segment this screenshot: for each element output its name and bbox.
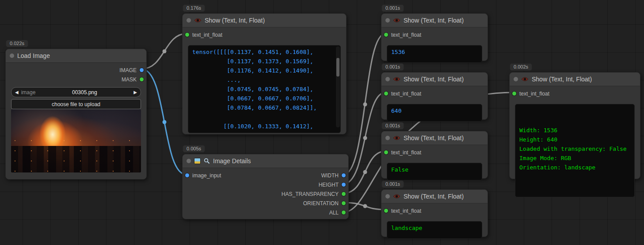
node-title-bar[interactable]: Show (Text, Int, Float) [510,73,640,86]
input-dot[interactable] [185,33,189,37]
input-label: text_int_float [391,32,421,38]
output-slot-orientation[interactable]: ORIENTATION [221,199,348,208]
node-title-bar[interactable]: Show (Text, Int, Float) [183,14,346,27]
execution-time-badge: 0.002s [510,63,532,71]
input-dot[interactable] [512,92,516,96]
node-title-bar[interactable]: Load Image [6,49,146,63]
execution-time-badge: 0.022s [6,40,28,47]
output-dot-all[interactable] [342,211,346,214]
value-textarea[interactable]: 1536 [387,45,482,63]
output-dot-has-transparency[interactable] [342,192,346,196]
output-slot-height[interactable]: HEIGHT [221,180,348,189]
input-slot-image-input[interactable]: image_input [183,171,221,180]
collapse-dot[interactable] [385,194,390,199]
eye-icon [393,18,400,23]
input-label: text_int_float [391,91,421,97]
output-slot-mask[interactable]: MASK [6,75,146,84]
link-midpoint-dot [163,120,167,124]
output-label: ORIENTATION [303,200,339,207]
eye-icon [393,77,400,82]
input-slot-text-int-float[interactable]: text_int_float [381,148,488,157]
input-label: text_int_float [391,149,421,156]
node-show-width[interactable]: 0.001s Show (Text, Int, Float) text_int_… [381,13,488,61]
node-show-tensor[interactable]: 0.176s Show (Text, Int, Float) text_int_… [182,13,347,134]
output-dot-image[interactable] [140,68,144,72]
eye-icon [393,194,400,199]
execution-time-badge: 0.176s [183,4,205,12]
node-title: Show (Text, Int, Float) [205,17,265,24]
image-preview [11,109,141,172]
node-show-transparency[interactable]: 0.001s Show (Text, Int, Float) text_int_… [381,131,488,179]
input-dot[interactable] [185,173,189,177]
output-label: IMAGE [119,67,137,73]
output-slot-width[interactable]: WIDTH [221,171,348,180]
output-dot-mask[interactable] [140,77,144,81]
collapse-dot[interactable] [187,18,191,23]
eye-icon [393,135,400,141]
output-label: MASK [122,77,137,83]
eye-icon [521,77,529,82]
link-midpoint-dot [363,170,367,174]
output-slot-image[interactable]: IMAGE [6,65,146,75]
node-title-bar[interactable]: Image Details [183,154,348,168]
next-arrow-icon[interactable]: ▶ [133,90,137,95]
output-label: HAS_TRANSPARENCY [282,191,339,197]
input-slot-text-int-float[interactable]: text_int_float [183,30,346,39]
node-title-bar[interactable]: Show (Text, Int, Float) [381,190,488,203]
node-title-bar[interactable]: Show (Text, Int, Float) [381,14,488,27]
link-midpoint-dot [363,103,367,107]
node-title: Show (Text, Int, Float) [532,76,592,83]
collapse-dot[interactable] [10,54,14,58]
input-dot[interactable] [384,150,388,154]
output-dot-orientation[interactable] [342,201,346,205]
node-image-details[interactable]: 0.005s Image Details image_input WIDTH H… [182,154,349,219]
combo-label: image [21,89,36,96]
input-slot-text-int-float[interactable]: text_int_float [381,30,488,39]
prev-arrow-icon[interactable]: ◀ [15,90,19,95]
node-title: Show (Text, Int, Float) [404,193,464,200]
node-title-bar[interactable]: Show (Text, Int, Float) [381,131,488,145]
node-load-image[interactable]: 0.022s Load Image IMAGE MASK ◀ image 003… [5,49,147,180]
image-icon [194,158,201,164]
input-label: text_int_float [192,32,222,38]
value-textarea[interactable]: landscape [387,221,482,239]
value-textarea[interactable]: tensor([[[[0.1137, 0.1451, 0.1608], [0.1… [188,45,341,133]
collapse-dot[interactable] [514,77,518,81]
node-title: Show (Text, Int, Float) [404,17,464,24]
collapse-dot[interactable] [385,77,390,81]
scrollbar[interactable] [336,46,340,127]
input-dot[interactable] [384,33,388,37]
execution-time-badge: 0.001s [381,122,404,130]
node-title-bar[interactable]: Show (Text, Int, Float) [381,73,488,86]
input-label: text_int_float [391,208,421,214]
value-textarea[interactable]: 640 [387,104,482,122]
execution-time-badge: 0.001s [381,63,404,71]
image-combo-widget[interactable]: ◀ image 00305.png ▶ [11,87,141,97]
node-show-all[interactable]: 0.002s Show (Text, Int, Float) text_int_… [509,72,640,179]
collapse-dot[interactable] [385,136,390,140]
output-slot-all[interactable]: ALL [221,208,348,217]
input-slot-text-int-float[interactable]: text_int_float [510,89,640,98]
node-title: Image Details [213,157,251,165]
input-dot[interactable] [384,92,388,96]
output-dot-height[interactable] [342,183,346,187]
value-textarea[interactable]: Width: 1536 Height: 640 Loaded with tran… [515,104,635,197]
node-title: Show (Text, Int, Float) [404,134,464,142]
eye-icon [194,18,202,23]
input-slot-text-int-float[interactable]: text_int_float [381,206,488,215]
input-slot-text-int-float[interactable]: text_int_float [381,89,488,98]
scrollbar-thumb[interactable] [336,58,339,77]
node-title: Load Image [17,52,50,59]
value-textarea[interactable]: False [387,163,482,180]
input-dot[interactable] [384,209,388,213]
combo-value: 00305.png [35,89,133,96]
output-slot-has-transparency[interactable]: HAS_TRANSPARENCY [221,189,348,199]
output-label: HEIGHT [319,182,339,188]
collapse-dot[interactable] [187,159,191,163]
node-show-orientation[interactable]: 0.001s Show (Text, Int, Float) text_int_… [381,189,488,237]
node-show-height[interactable]: 0.001s Show (Text, Int, Float) text_int_… [381,72,488,120]
input-label: image_input [192,172,221,179]
collapse-dot[interactable] [385,18,390,23]
choose-file-button[interactable]: choose file to upload [11,99,141,109]
output-dot-width[interactable] [342,173,346,177]
